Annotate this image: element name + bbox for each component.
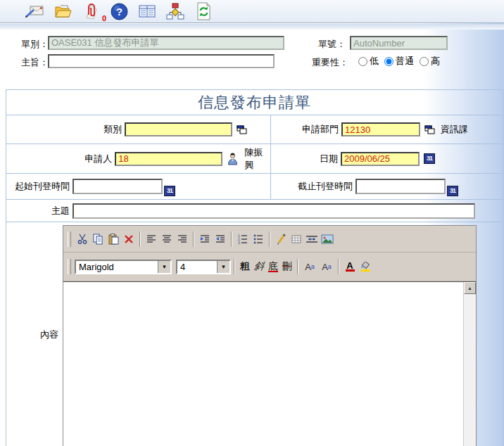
attachment-icon (82, 2, 99, 20)
date-calendar-button[interactable]: 31 (424, 153, 435, 164)
editor-toolbar-2: Marigold ▼ 4 ▼ 粗 斜 底 刪 Aa (63, 253, 476, 281)
outdent-icon (215, 234, 226, 245)
font-family-value: Marigold (76, 262, 158, 272)
delete-button[interactable] (121, 231, 137, 247)
form-no-field[interactable] (350, 36, 448, 50)
numbered-list-button[interactable]: 1.2.3. (235, 231, 251, 247)
underline-button[interactable]: 底 (266, 259, 280, 274)
application-form-table: 信息發布申請單 類別 申請部門 (6, 89, 503, 446)
cut-icon (77, 234, 88, 245)
font-size-select[interactable]: 4 ▼ (176, 260, 231, 274)
content-label: 內容 (40, 329, 58, 341)
applicant-input[interactable] (115, 152, 222, 166)
department-lookup-button[interactable] (424, 125, 435, 134)
flow-chart-button[interactable] (165, 1, 186, 21)
font-size-value: 4 (177, 262, 217, 272)
department-label: 申請部門 (271, 123, 339, 136)
end-time-calendar-button[interactable]: 31 (447, 186, 458, 196)
topic-label: 主題 (6, 205, 70, 217)
subject-input[interactable] (48, 54, 275, 68)
dropdown-arrow-icon: ▼ (217, 261, 229, 273)
svg-text:3.: 3. (238, 241, 241, 245)
document-header: 單別： 單號： 主旨： 重要性： 低 普通 高 (0, 30, 504, 89)
open-folder-button[interactable] (52, 1, 73, 21)
topic-input[interactable] (73, 203, 475, 219)
italic-button[interactable]: 斜 (251, 259, 267, 274)
align-right-button[interactable] (175, 231, 190, 247)
editor-toolbar-1: 1.2.3. (63, 226, 476, 253)
flow-chart-icon (166, 3, 184, 20)
importance-option-low[interactable]: 低 (370, 55, 379, 68)
importance-option-normal[interactable]: 普通 (396, 55, 414, 68)
align-left-button[interactable] (144, 231, 159, 247)
bold-button[interactable]: 粗 (238, 259, 252, 274)
form-row-publish-times: 起始刊登時間 31 截止刊登時間 31 (6, 174, 503, 200)
end-time-label: 截止刊登時間 (271, 180, 353, 193)
refresh-icon (195, 2, 213, 20)
date-input[interactable] (341, 152, 420, 166)
scroll-up-button[interactable]: ▲ (464, 282, 476, 294)
copy-button[interactable] (90, 231, 106, 247)
numbered-list-icon: 1.2.3. (237, 234, 248, 245)
dropdown-arrow-icon: ▼ (158, 261, 170, 273)
toolbar-grip[interactable] (68, 259, 71, 274)
category-input[interactable] (125, 122, 232, 136)
importance-radio-normal[interactable] (384, 57, 393, 66)
form-row-applicant-date: 申請人 陳振興 日期 31 (6, 144, 503, 174)
importance-option-high[interactable]: 高 (431, 55, 440, 68)
font-color-glyph: A (346, 262, 353, 269)
font-family-select[interactable]: Marigold ▼ (75, 260, 172, 274)
paste-button[interactable] (106, 231, 121, 247)
start-time-calendar-button[interactable]: 31 (164, 186, 175, 196)
page: 0 ? (0, 0, 504, 446)
toolbar-separator (193, 231, 194, 247)
content-editing-area[interactable]: ▲ (63, 281, 476, 446)
strikethrough-button[interactable]: 刪 (280, 259, 294, 274)
list-view-button[interactable] (137, 1, 158, 21)
editor-scrollbar[interactable]: ▲ (463, 282, 476, 446)
outdent-button[interactable] (213, 231, 228, 247)
calendar-icon: 31 (424, 153, 435, 164)
cut-button[interactable] (75, 231, 90, 247)
importance-radio-high[interactable] (420, 57, 429, 66)
department-input[interactable] (341, 122, 420, 136)
start-time-label: 起始刊登時間 (6, 180, 70, 193)
attachment-count: 0 (102, 14, 106, 23)
start-time-input[interactable] (73, 179, 163, 194)
toolbar-grip[interactable] (68, 231, 71, 247)
delete-x-icon (123, 234, 134, 245)
category-lookup-button[interactable] (237, 125, 247, 134)
refresh-button[interactable] (193, 1, 214, 21)
date-label: 日期 (271, 153, 338, 165)
align-center-icon (161, 234, 172, 245)
help-button[interactable]: ? (108, 1, 130, 21)
form-type-field[interactable] (48, 36, 284, 50)
subject-label: 主旨： (21, 56, 49, 69)
table-icon (291, 234, 302, 245)
form-row-category-department: 類別 申請部門 (6, 115, 503, 144)
applicant-lookup-button[interactable] (227, 153, 239, 165)
horizontal-line-button[interactable] (304, 231, 320, 247)
toolbar-separator (139, 231, 141, 247)
app-toolbar: 0 ? (0, 0, 504, 23)
end-time-input[interactable] (355, 179, 446, 194)
font-color-button[interactable]: A (342, 259, 358, 274)
bullet-list-button[interactable] (251, 231, 266, 247)
importance-radio-low[interactable] (358, 57, 367, 66)
form-row-content: 內容 (6, 222, 503, 446)
arrow-up-icon: ▲ (467, 286, 472, 291)
department-display-name: 資訊課 (441, 123, 468, 136)
superscript-button[interactable]: Aa (301, 259, 318, 274)
attachment-button[interactable]: 0 (80, 1, 101, 21)
highlight-color-button[interactable] (358, 259, 373, 274)
subscript-button[interactable]: Aa (318, 259, 335, 274)
align-center-button[interactable] (159, 231, 175, 247)
send-mail-button[interactable] (24, 1, 45, 21)
insert-image-button[interactable] (320, 231, 335, 247)
list-view-icon (138, 3, 156, 20)
font-color-bar (346, 269, 355, 272)
toolbar-separator (269, 231, 270, 247)
pen-button[interactable] (273, 231, 289, 247)
indent-button[interactable] (197, 231, 213, 247)
insert-table-button[interactable] (289, 231, 304, 247)
